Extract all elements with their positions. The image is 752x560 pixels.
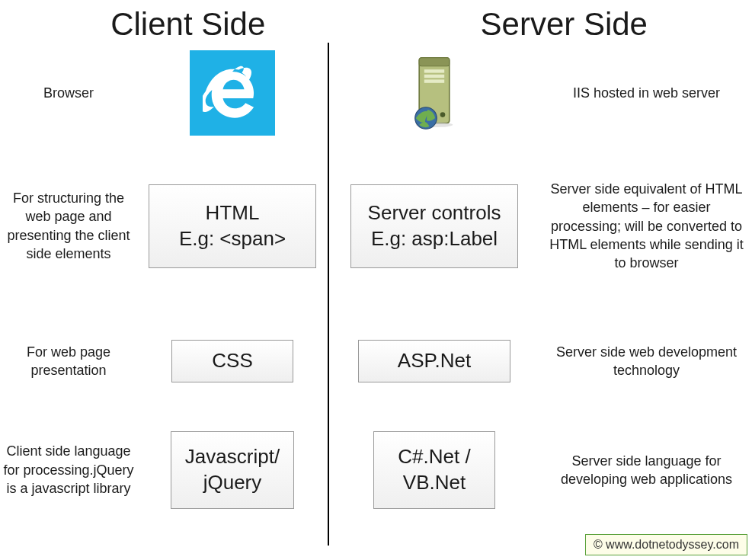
label-server-lang: Server side language for developing web … [541,452,752,489]
label-presentation: For web page presentation [0,343,137,380]
cell-css-box: CSS [137,340,328,382]
svg-rect-2 [424,69,444,72]
label-client-lang: Client side language for processing.jQue… [0,442,137,498]
label-browser: Browser [0,84,137,102]
row-icons: Browser IIS [0,50,752,136]
box-servercontrols-line1: Server controls [365,200,504,226]
row-markup: For structuring the web page and present… [0,180,752,272]
box-js-line1: Javascript/ [185,444,280,470]
svg-rect-4 [424,79,444,82]
box-css: CSS [171,340,293,382]
server-icon [392,51,476,135]
label-iis: IIS hosted in web server [541,84,752,102]
ie-logo-svg [203,63,262,123]
box-cs-line2: VB.Net [391,470,478,496]
row-language: Client side language for processing.jQue… [0,431,752,509]
header-left: Client Side [0,6,376,43]
credit-box: © www.dotnetodyssey.com [585,534,747,555]
box-html-line2: E.g: <span> [163,226,302,252]
row-presentation: For web page presentation CSS ASP.Net Se… [0,340,752,382]
svg-rect-3 [424,75,444,78]
header-row: Client Side Server Side [0,0,752,43]
svg-rect-1 [419,58,450,66]
cell-aspnet-box: ASP.Net [328,340,541,382]
cell-csharp-box: C#.Net / VB.Net [328,431,541,509]
label-server-equiv: Server side equivalent of HTML elements … [541,180,752,272]
cell-js-box: Javascript/ jQuery [137,431,328,509]
box-cs-line1: C#.Net / [391,444,478,470]
header-right: Server Side [376,6,753,43]
cell-server-icon [328,51,541,135]
box-servercontrols-line2: E.g: asp:Label [365,226,504,252]
box-aspnet: ASP.Net [358,340,510,382]
cell-browser-icon [137,50,328,136]
ie-icon [190,50,275,136]
svg-point-6 [440,112,446,117]
box-html-line1: HTML [163,200,302,226]
box-server-controls: Server controls E.g: asp:Label [350,184,518,268]
cell-servercontrols-box: Server controls E.g: asp:Label [328,184,541,268]
label-structuring: For structuring the web page and present… [0,189,137,263]
cell-html-box: HTML E.g: <span> [137,184,328,268]
box-csharp-vbnet: C#.Net / VB.Net [373,431,495,509]
box-js-line2: jQuery [185,470,280,496]
label-server-tech: Server side web development technology [541,343,752,380]
box-javascript: Javascript/ jQuery [171,431,294,509]
box-html: HTML E.g: <span> [149,184,316,268]
diagram-content: Browser IIS [0,43,752,546]
